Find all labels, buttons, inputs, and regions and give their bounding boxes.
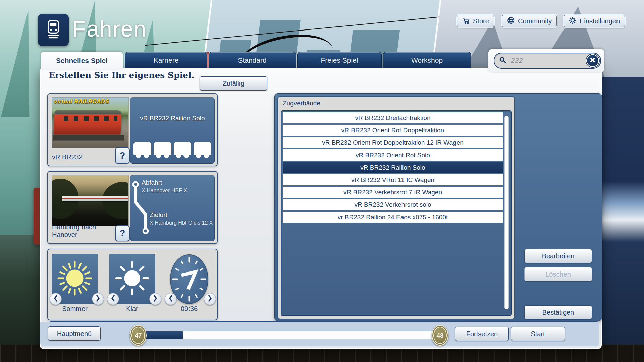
- chevron-left-icon: [52, 294, 60, 304]
- season-next-button[interactable]: [92, 293, 104, 305]
- loco-illustration: [53, 114, 121, 134]
- train-icon: [44, 19, 63, 41]
- consists-inner-panel: Zugverbände vR BR232 DreifachtraktionvR …: [277, 96, 515, 319]
- tab-standard[interactable]: Standard: [209, 52, 296, 68]
- destination-label: Zielort: [150, 211, 167, 219]
- question-icon: ?: [120, 228, 125, 239]
- wagon-icon: [194, 142, 211, 159]
- tab-freies-spiel[interactable]: Freies Spiel: [297, 52, 382, 68]
- page-heading: Erstellen Sie Ihr eigenes Spiel.: [49, 70, 194, 80]
- community-label: Community: [518, 17, 552, 25]
- tab-karriere[interactable]: Karriere: [125, 52, 207, 68]
- start-button[interactable]: Start: [511, 327, 565, 341]
- search-box: [494, 53, 601, 69]
- season-label: Sommer: [52, 305, 98, 313]
- confirm-button[interactable]: Bestätigen: [524, 305, 592, 319]
- weather-prev-button[interactable]: [107, 293, 119, 305]
- settings-button[interactable]: Einstellungen: [564, 15, 625, 27]
- store-label: Store: [473, 17, 489, 25]
- scrollbar-thumb[interactable]: [504, 116, 509, 309]
- consist-row[interactable]: vR BR232 Orient Rot Solo: [283, 149, 503, 161]
- loco-name: vR BR232: [52, 153, 83, 161]
- consist-row[interactable]: vr BR232 Railion 24 Eaos x075 - 1600t: [283, 212, 503, 223]
- footer-divider: [50, 321, 598, 322]
- store-button[interactable]: Store: [457, 15, 494, 27]
- consists-header: Zugverbände: [283, 100, 320, 107]
- weather-label: Klar: [109, 305, 155, 313]
- time-next-button[interactable]: [204, 293, 216, 305]
- consist-row[interactable]: vR BR232 Verkehrsrot solo: [283, 199, 503, 210]
- clock-tick: [172, 279, 178, 280]
- route-map-panel: Abfahrt X Hannover HBF X Zielort X Hambu…: [130, 175, 215, 241]
- route-photo: [52, 175, 129, 226]
- consist-list: vR BR232 DreifachtraktionvR BR232 Orient…: [281, 110, 512, 316]
- gear-icon: [569, 16, 577, 26]
- route-name: Hamburg nach Hanover: [52, 223, 114, 239]
- route-help-button[interactable]: ?: [115, 225, 130, 241]
- sun-icon: [55, 258, 95, 299]
- consists-panel: Zugverbände vR BR232 DreifachtraktionvR …: [274, 93, 602, 321]
- route-card[interactable]: Hamburg nach Hanover ? Abfahrt X Hannove…: [47, 171, 218, 244]
- random-button[interactable]: Zufällig: [200, 76, 267, 90]
- slider-handle-left[interactable]: 47: [130, 325, 147, 346]
- loco-card[interactable]: virtual RAILROADS vR BR232 ? vR BR232 Ra…: [47, 93, 218, 166]
- loco-photo: virtual RAILROADS: [52, 97, 129, 148]
- conditions-card: Sommer Klar 09:36: [47, 249, 218, 320]
- loco-help-button[interactable]: ?: [115, 147, 130, 164]
- consist-row[interactable]: vR BR232 Orient Rot Doppeltraktion 12 IR…: [283, 137, 503, 148]
- destination-value: X Hamburg Hbf Gleis 12 X: [150, 220, 213, 226]
- clear-search-button[interactable]: [586, 54, 599, 67]
- consist-row[interactable]: vR BR232 Verkehrsrot 7 IR Wagen: [283, 187, 503, 198]
- close-icon: [590, 57, 596, 64]
- church-spire: [1, 10, 42, 117]
- clock-tick: [189, 296, 190, 302]
- season-prev-button[interactable]: [50, 293, 62, 305]
- time-prev-button[interactable]: [165, 293, 177, 305]
- time-label: 09:36: [170, 305, 208, 313]
- edit-button[interactable]: Bearbeiten: [524, 249, 592, 263]
- tab-workshop[interactable]: Workshop: [383, 52, 471, 68]
- wagon-icon: [174, 142, 192, 159]
- consist-row[interactable]: vR BR232 Orient Rot Doppeltraktion: [283, 125, 503, 136]
- app-logo: [38, 14, 69, 46]
- slider-handle-right[interactable]: 48: [432, 325, 448, 346]
- settings-label: Einstellungen: [580, 17, 620, 25]
- chevron-left-icon: [167, 294, 175, 304]
- departure-value: X Hannover HBF X: [142, 188, 187, 194]
- delete-button[interactable]: Löschen: [524, 267, 592, 281]
- wagon-icon: [133, 142, 151, 159]
- chevron-left-icon: [109, 294, 117, 304]
- wagon-row: [133, 142, 211, 159]
- question-icon: ?: [120, 150, 125, 161]
- sun-icon: [112, 258, 152, 299]
- chevron-right-icon: [94, 294, 102, 304]
- consist-preview-panel: vR BR232 Railion Solo: [130, 97, 215, 164]
- cart-icon: [462, 16, 470, 26]
- consist-row[interactable]: vR BR232 Dreifachtraktion: [283, 112, 503, 123]
- departure-label: Abfahrt: [142, 179, 162, 186]
- length-slider-fill: [145, 331, 183, 339]
- wagon-icon: [154, 142, 171, 159]
- loco-brand-overlay: virtual RAILROADS: [54, 99, 109, 105]
- main-menu-button[interactable]: Hauptmenü: [48, 326, 101, 341]
- tab-schnelles-spiel[interactable]: Schnelles Spiel: [41, 52, 123, 69]
- ice-train-illustration: [62, 196, 128, 201]
- consist-preview-title: vR BR232 Railion Solo: [130, 115, 215, 122]
- weather-next-button[interactable]: [149, 293, 161, 305]
- page-title: Fahren: [72, 16, 147, 42]
- chevron-right-icon: [206, 294, 214, 304]
- consist-row[interactable]: vR BR232 VRot 11 IC Wagen: [283, 174, 503, 185]
- community-button[interactable]: Community: [502, 15, 557, 27]
- resume-button[interactable]: Fortsetzen: [455, 327, 509, 341]
- globe-icon: [507, 16, 515, 26]
- clock-tick: [189, 257, 190, 263]
- search-icon: [499, 56, 506, 65]
- chevron-right-icon: [151, 294, 159, 304]
- length-slider-track[interactable]: [145, 331, 434, 339]
- consist-row[interactable]: vR BR232 Railion Solo: [283, 162, 503, 173]
- clock-tick: [201, 279, 206, 280]
